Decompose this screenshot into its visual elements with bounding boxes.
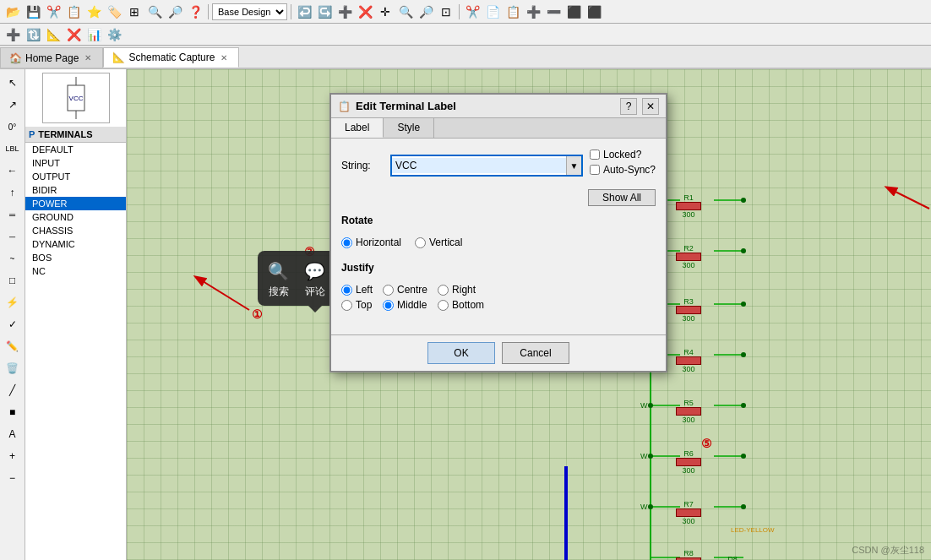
rotate-radio-group: Horizontal Vertical <box>341 237 462 248</box>
justify-bottom[interactable]: Bottom <box>438 299 484 311</box>
justify-centre-radio[interactable] <box>383 285 394 296</box>
cancel-button[interactable]: Cancel <box>502 342 569 364</box>
justify-centre[interactable]: Centre <box>383 284 427 296</box>
justify-bottom-radio[interactable] <box>438 300 449 311</box>
checkbox-group: Locked? Auto-Sync? <box>590 149 656 176</box>
auto-sync-row: Auto-Sync? <box>590 164 656 176</box>
rotate-horizontal-radio[interactable] <box>341 237 352 248</box>
justify-top[interactable]: Top <box>341 299 373 311</box>
dialog-help-button[interactable]: ? <box>620 98 637 115</box>
dialog-title: Edit Terminal Label <box>356 100 615 112</box>
rotate-row: Rotate Horizontal Vertical <box>341 215 656 255</box>
justify-centre-label: Centre <box>397 284 427 296</box>
justify-top-radio[interactable] <box>341 300 352 311</box>
locked-checkbox[interactable] <box>590 150 600 160</box>
show-all-button[interactable]: Show All <box>588 189 656 206</box>
dialog-icon: 📋 <box>338 101 351 112</box>
dialog-tabs: Label Style <box>331 118 666 139</box>
justify-left[interactable]: Left <box>341 284 373 296</box>
rotate-vertical-option[interactable]: Vertical <box>415 237 462 248</box>
string-row: String: ▼ Locked? Auto-Sync? <box>341 149 656 182</box>
edit-terminal-dialog: 📋 Edit Terminal Label ? ✕ Label Style St… <box>329 93 667 372</box>
justify-middle-radio[interactable] <box>383 300 394 311</box>
rotate-horizontal-option[interactable]: Horizontal <box>341 237 401 248</box>
locked-label: Locked? <box>603 149 641 160</box>
rotate-vertical-radio[interactable] <box>415 237 426 248</box>
justify-left-label: Left <box>356 284 373 296</box>
justify-right-radio[interactable] <box>438 285 449 296</box>
auto-sync-label: Auto-Sync? <box>603 164 656 176</box>
justify-middle[interactable]: Middle <box>383 299 427 311</box>
string-label: String: <box>341 160 384 171</box>
string-input-group: ▼ <box>390 155 583 177</box>
modal-overlay: 📋 Edit Terminal Label ? ✕ Label Style St… <box>0 0 931 560</box>
justify-left-radio[interactable] <box>341 285 352 296</box>
justify-middle-label: Middle <box>397 299 427 311</box>
dialog-tab-label[interactable]: Label <box>331 118 384 138</box>
string-input[interactable] <box>392 158 566 173</box>
dialog-titlebar: 📋 Edit Terminal Label ? ✕ <box>331 95 666 118</box>
rotate-label: Rotate <box>341 215 373 226</box>
dialog-footer: OK Cancel <box>331 334 666 371</box>
rotate-horizontal-label: Horizontal <box>356 237 401 248</box>
justify-top-label: Top <box>356 299 372 311</box>
rotate-vertical-label: Vertical <box>429 237 462 248</box>
ok-button[interactable]: OK <box>427 342 495 364</box>
dialog-tab-style[interactable]: Style <box>384 118 434 138</box>
justify-bottom-label: Bottom <box>452 299 484 311</box>
auto-sync-checkbox[interactable] <box>590 165 600 175</box>
justify-grid: Left Centre Right Top <box>341 284 484 311</box>
dialog-body: String: ▼ Locked? Auto-Sync? <box>331 139 666 334</box>
justify-row: Justify Left Centre Right <box>341 262 656 318</box>
locked-row: Locked? <box>590 149 656 160</box>
justify-label: Justify <box>341 262 374 274</box>
dialog-close-button[interactable]: ✕ <box>642 98 659 115</box>
justify-right-label: Right <box>452 284 476 296</box>
string-dropdown-btn[interactable]: ▼ <box>566 156 581 175</box>
justify-right[interactable]: Right <box>438 284 484 296</box>
